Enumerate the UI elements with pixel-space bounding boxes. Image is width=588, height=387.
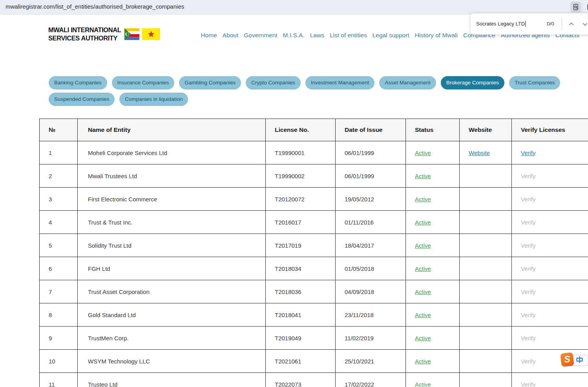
date-cell: 11/02/2019 xyxy=(336,327,406,350)
date-cell: 01/11/2016 xyxy=(336,211,406,234)
table-row: 11Trusteo LtdT202207317/02/2022ActiveVer… xyxy=(40,373,588,387)
entity-name-cell: First Electronic Commerce xyxy=(78,188,266,211)
column-header-no: № xyxy=(40,119,78,141)
date-cell: 19/05/2012 xyxy=(336,188,406,211)
verify-cell: Verify xyxy=(512,234,588,257)
verify-link: Verify xyxy=(521,265,536,272)
nav-item-laws[interactable]: Laws xyxy=(310,32,324,39)
verify-link: Verify xyxy=(521,312,536,318)
nav-item-m-i-s-a[interactable]: M.I.S.A. xyxy=(283,32,305,39)
find-in-page-icon[interactable] xyxy=(570,2,581,13)
site-logo: MWALI INTERNATIONAL SERVICES AUTHORITY xyxy=(48,26,121,42)
nav-item-list-of-entities[interactable]: List of entities xyxy=(330,32,367,39)
filter-pill-brokerage-companies[interactable]: Brokerage Companies xyxy=(441,76,504,89)
verify-link: Verify xyxy=(521,242,536,249)
status-active-link[interactable]: Active xyxy=(415,358,431,365)
find-previous-button[interactable] xyxy=(568,20,575,28)
table-row: 7Trust Asset CorporationT201803604/09/20… xyxy=(40,280,588,303)
filter-pill-gambling-companies[interactable]: Gambling Companies xyxy=(179,76,241,89)
row-number-cell: 3 xyxy=(40,188,78,211)
sogou-icon[interactable]: S xyxy=(560,352,574,367)
nav-item-legal-support[interactable]: Legal support xyxy=(373,32,409,39)
status-cell: Active xyxy=(406,188,460,211)
status-active-link[interactable]: Active xyxy=(415,219,431,226)
license-cell: T2018036 xyxy=(266,280,336,303)
status-active-link[interactable]: Active xyxy=(415,381,431,387)
filter-pill-crypto-companies[interactable]: Crypto Companies xyxy=(246,76,301,89)
chinese-mode-icon[interactable] xyxy=(576,356,583,365)
logo-line1: MWALI INTERNATIONAL xyxy=(48,26,121,34)
nav-item-about[interactable]: About xyxy=(223,32,239,39)
find-match-count: 0/0 xyxy=(547,21,554,27)
date-cell: 01/05/2018 xyxy=(336,257,406,280)
column-header-status: Status xyxy=(406,119,460,141)
verify-cell: Verify xyxy=(512,211,588,234)
date-cell: 06/01/1999 xyxy=(336,164,406,188)
row-number-cell: 10 xyxy=(40,350,78,373)
filter-pill-suspended-companies[interactable]: Suspended Companies xyxy=(49,93,115,106)
verify-cell: Verify xyxy=(512,257,588,280)
website-cell xyxy=(460,350,512,373)
website-link[interactable]: Website xyxy=(469,150,490,156)
column-header-license-no: License No. xyxy=(266,119,336,141)
status-cell: Active xyxy=(406,280,460,303)
status-cell: Active xyxy=(406,257,460,280)
find-query-text[interactable]: Socrates Legacy LTD xyxy=(476,21,526,27)
filter-pill-investment-management[interactable]: Investment Management xyxy=(305,76,375,89)
status-active-link[interactable]: Active xyxy=(415,335,431,341)
website-cell xyxy=(460,164,512,188)
verify-link[interactable]: Verify xyxy=(521,150,536,156)
entity-name-cell: TrustMen Corp. xyxy=(78,327,266,350)
nav-item-home[interactable]: Home xyxy=(201,32,217,39)
status-active-link[interactable]: Active xyxy=(415,288,431,295)
filter-pill-banking-companies[interactable]: Banking Companies xyxy=(49,76,107,89)
entities-table: №Name of EntityLicense No.Date of IssueS… xyxy=(39,119,588,387)
browser-url-bar[interactable]: mwaliregistrar.com/list_of_entities/auth… xyxy=(0,0,588,15)
filter-pill-trust-companies[interactable]: Trust Companies xyxy=(509,76,560,89)
verify-cell: Verify xyxy=(512,141,588,164)
date-cell: 17/02/2022 xyxy=(336,373,406,387)
status-active-link[interactable]: Active xyxy=(415,173,431,179)
status-active-link[interactable]: Active xyxy=(415,265,431,272)
license-cell: T2022073 xyxy=(266,373,336,387)
license-cell: T19990001 xyxy=(266,141,336,164)
entity-name-cell: Gold Standard Ltd xyxy=(78,303,266,327)
license-cell: T2018034 xyxy=(266,257,336,280)
verify-link: Verify xyxy=(521,335,536,341)
filter-pill-insurance-companies[interactable]: Insurance Companies xyxy=(112,76,174,89)
status-cell: Active xyxy=(406,141,460,164)
license-cell: T2017019 xyxy=(266,234,336,257)
row-number-cell: 7 xyxy=(40,280,78,303)
license-cell: T2018041 xyxy=(266,303,336,327)
status-active-link[interactable]: Active xyxy=(415,196,431,203)
table-row: 6FGH LtdT201803401/05/2018ActiveVerify xyxy=(40,257,588,280)
verify-cell: Verify xyxy=(512,188,588,211)
filter-pill-companies-in-liquidation[interactable]: Companies in liquidation xyxy=(119,93,188,106)
date-cell: 23/11/2018 xyxy=(336,303,406,327)
row-number-cell: 1 xyxy=(40,141,78,164)
toolbar-extra-icon[interactable] xyxy=(584,2,588,13)
website-cell xyxy=(460,373,512,387)
verify-cell: Verify xyxy=(512,164,588,188)
browser-window: mwaliregistrar.com/list_of_entities/auth… xyxy=(0,0,588,387)
verify-cell: Verify xyxy=(512,280,588,303)
entity-name-cell: Trusteo Ltd xyxy=(78,373,266,387)
table-row: 2Mwali Trustees LtdT1999000206/01/1999Ac… xyxy=(40,164,588,188)
status-active-link[interactable]: Active xyxy=(415,150,431,156)
status-active-link[interactable]: Active xyxy=(415,242,431,249)
row-number-cell: 2 xyxy=(40,164,78,188)
website-cell xyxy=(460,211,512,234)
filter-pill-asset-management[interactable]: Asset Management xyxy=(379,76,436,89)
nav-item-government[interactable]: Government xyxy=(244,32,277,39)
table-row: 4Trust & Trust Inc.T201601701/11/2016Act… xyxy=(40,211,588,234)
status-active-link[interactable]: Active xyxy=(415,312,431,318)
date-cell: 25/10/2021 xyxy=(336,350,406,373)
nav-item-history-of-mwali[interactable]: History of Mwali xyxy=(415,32,458,39)
table-header-row: №Name of EntityLicense No.Date of IssueS… xyxy=(40,119,588,141)
website-cell xyxy=(460,280,512,303)
find-next-button[interactable] xyxy=(581,20,588,28)
url-text[interactable]: mwaliregistrar.com/list_of_entities/auth… xyxy=(5,3,184,10)
status-cell: Active xyxy=(406,350,460,373)
row-number-cell: 9 xyxy=(40,327,78,350)
website-cell xyxy=(460,327,512,350)
